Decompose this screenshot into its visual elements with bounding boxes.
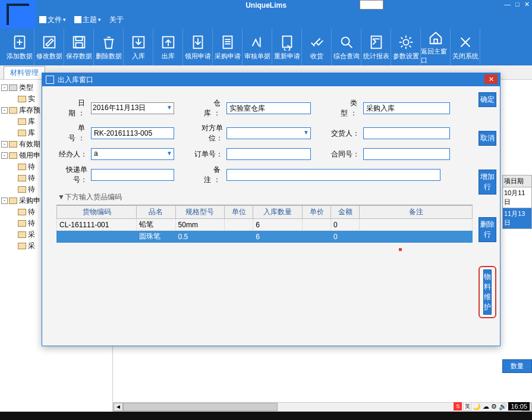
folder-icon: [9, 84, 17, 91]
tree-toggle-icon[interactable]: -: [1, 107, 8, 114]
folder-icon: [18, 96, 26, 102]
express-input[interactable]: [91, 169, 174, 181]
ime-icon[interactable]: S: [454, 402, 462, 410]
add-data-icon: [11, 34, 29, 51]
remark-input[interactable]: [226, 169, 440, 181]
delete-data-icon: [100, 34, 118, 51]
background-grid-peek: 项日期 10月11日 11月13日 数量: [502, 175, 532, 373]
svg-rect-5: [75, 36, 82, 40]
toolbar-receive-apply[interactable]: 领用申请: [183, 29, 213, 65]
table-row[interactable]: CL-161111-001铅笔50mm60: [57, 219, 473, 231]
settings-icon: [397, 34, 415, 51]
toolbar: 添加数据修改数据保存数据删除数据入库出库领用申请采购申请审核单据重新申请收货综合…: [0, 29, 532, 65]
toolbar-recall[interactable]: 收货: [302, 29, 332, 65]
qty-button[interactable]: 数量: [502, 359, 532, 373]
report-icon: [367, 34, 385, 51]
dialog-icon: [46, 76, 54, 84]
folder-icon: [9, 152, 17, 159]
ok-button[interactable]: 确定: [479, 92, 496, 107]
tree-toggle-icon[interactable]: -: [1, 84, 8, 91]
add-row-button[interactable]: 增加行: [479, 170, 496, 195]
close-button[interactable]: ✕: [524, 1, 530, 8]
app-title: UniqueLims: [245, 1, 287, 10]
tree-toggle-icon[interactable]: -: [1, 141, 8, 148]
toolbar-query[interactable]: 综合查询: [332, 29, 361, 65]
material-maint-highlight: 物料维护: [479, 266, 496, 318]
titlebar: UniqueLims ⤢▼ — □ ✕: [0, 0, 532, 11]
menu-about[interactable]: 关于: [106, 14, 127, 26]
toolbar-edit-data[interactable]: 修改数据: [34, 29, 64, 65]
toolbar-close-system[interactable]: 关闭系统: [451, 29, 480, 65]
receive-apply-icon: [189, 34, 207, 51]
folder-icon: [18, 186, 26, 193]
material-maint-button[interactable]: 物料维护: [483, 269, 492, 315]
out-store-icon: [159, 34, 177, 51]
folder-icon: [9, 141, 17, 148]
folder-icon: [9, 107, 17, 114]
col-header: 规格型号: [175, 206, 225, 219]
toolbar-home[interactable]: 返回主窗口: [421, 29, 451, 65]
tree-toggle-icon[interactable]: -: [1, 152, 8, 159]
type-input[interactable]: [363, 102, 450, 114]
other-unit-select[interactable]: ▼: [226, 127, 311, 139]
toolbar-add-data[interactable]: 添加数据: [5, 29, 34, 65]
dialog-title: 出入库窗口: [58, 75, 93, 85]
warehouse-input[interactable]: [226, 102, 311, 114]
minimize-button[interactable]: —: [504, 1, 511, 8]
tree-toggle-icon[interactable]: -: [1, 198, 8, 204]
col-header: 单位: [225, 206, 253, 219]
table-row[interactable]: 圆珠笔0.560: [57, 231, 473, 243]
toolbar-settings[interactable]: 参数设置: [391, 29, 421, 65]
col-header: 金额: [331, 206, 360, 219]
folder-icon: [9, 198, 17, 204]
dialog-close-button[interactable]: ✕: [484, 74, 498, 84]
menu-theme[interactable]: 主题▾: [71, 14, 105, 26]
menu-file[interactable]: 文件▾: [36, 14, 70, 26]
edit-data-icon: [40, 34, 58, 51]
svg-rect-20: [371, 36, 381, 48]
svg-rect-23: [434, 39, 437, 43]
toolbar-save-data[interactable]: 保存数据: [64, 29, 94, 65]
folder-icon: [18, 220, 26, 227]
folder-icon: [18, 231, 26, 238]
toolbar-out-store[interactable]: 出库: [153, 29, 183, 65]
audit-single-icon: [248, 34, 266, 51]
dashboard-toggle[interactable]: ⤢▼: [360, 0, 383, 10]
save-data-icon: [70, 34, 88, 51]
svg-point-22: [403, 39, 408, 45]
red-dot-indicator: [399, 248, 402, 251]
system-tray: S 英 🌙 ☁ ⚙ 🔊 16:05: [454, 402, 530, 410]
svg-rect-6: [75, 42, 82, 47]
col-header: 单价: [303, 206, 331, 219]
toolbar-in-store[interactable]: 入库: [124, 29, 153, 65]
col-header: 品名: [137, 206, 175, 219]
items-table: 货物编码品名规格型号单位入库数量单价金额备注 CL-161111-001铅笔50…: [56, 205, 473, 243]
home-icon: [427, 29, 445, 46]
close-system-icon: [457, 34, 474, 51]
delete-row-button[interactable]: 删除行: [479, 217, 496, 242]
menubar: 文件▾ 主题▾ 关于: [0, 11, 532, 29]
no-input[interactable]: [91, 127, 174, 139]
app-logo: [0, 0, 36, 29]
clock: 16:05: [508, 402, 530, 410]
toolbar-re-apply[interactable]: 重新申请: [272, 29, 302, 65]
toolbar-audit-single[interactable]: 审核单据: [243, 29, 272, 65]
taskbar: [0, 412, 532, 420]
col-header: 货物编码: [57, 206, 137, 219]
cancel-button[interactable]: 取消: [479, 131, 496, 146]
folder-icon: [18, 164, 26, 170]
contract-input[interactable]: [363, 148, 450, 160]
col-header: 入库数量: [253, 206, 303, 219]
toolbar-purchase-apply[interactable]: 采购申请: [213, 29, 243, 65]
handler-select[interactable]: a▼: [91, 148, 174, 160]
purchase-apply-icon: [219, 34, 237, 51]
ime-lang[interactable]: 英: [463, 402, 471, 410]
svg-point-18: [341, 37, 349, 45]
date-select[interactable]: 2016年11月13日▼: [91, 102, 174, 114]
tab-material-manage[interactable]: 材料管理: [4, 66, 45, 79]
maximize-button[interactable]: □: [515, 1, 520, 8]
order-no-input[interactable]: [226, 148, 311, 160]
deliverer-input[interactable]: [363, 127, 450, 139]
toolbar-delete-data[interactable]: 删除数据: [94, 29, 124, 65]
toolbar-report[interactable]: 统计报表: [361, 29, 391, 65]
